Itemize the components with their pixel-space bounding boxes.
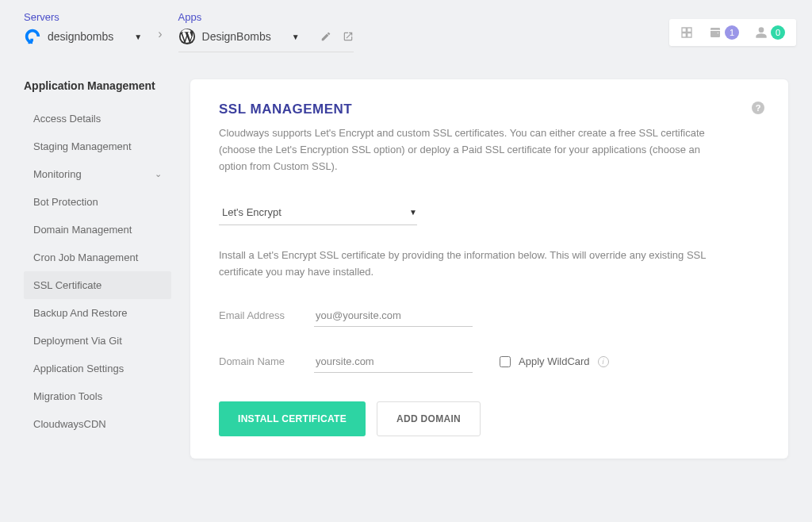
caret-down-icon: ▼	[409, 208, 417, 217]
chevron-right-icon: ›	[158, 11, 162, 41]
sidebar-item-application-settings[interactable]: Application Settings	[24, 355, 171, 382]
server-selector[interactable]: designbombs ▼	[24, 28, 142, 45]
sidebar-title: Application Management	[24, 79, 171, 92]
wildcard-label: Apply WildCard	[519, 355, 590, 367]
app-name: DesignBombs	[202, 30, 271, 43]
user-icon	[755, 26, 768, 39]
sidebar-item-staging-management[interactable]: Staging Management	[24, 132, 171, 160]
sidebar-item-backup-and-restore[interactable]: Backup And Restore	[24, 299, 171, 327]
sidebar-item-label: Backup And Restore	[33, 307, 128, 319]
sidebar-item-migration-tools[interactable]: Migration Tools	[24, 382, 171, 410]
domain-label: Domain Name	[219, 355, 298, 367]
servers-crumb: Servers designbombs ▼	[24, 11, 142, 45]
chevron-down-icon: ⌄	[155, 169, 162, 179]
wildcard-checkbox[interactable]	[500, 356, 511, 367]
top-right-panel: 1 0	[669, 19, 796, 46]
sidebar-item-label: Bot Protection	[33, 196, 98, 208]
user-button[interactable]: 0	[755, 25, 785, 40]
sidebar-item-domain-management[interactable]: Domain Management	[24, 216, 171, 244]
ssl-type-select[interactable]: Let's Encrypt ▼	[219, 206, 417, 225]
domain-input[interactable]	[314, 351, 473, 373]
ssl-type-selected: Let's Encrypt	[222, 206, 282, 218]
grid-icon	[680, 26, 693, 39]
sidebar-item-label: Monitoring	[33, 168, 82, 180]
sidebar-item-cloudwayscdn[interactable]: CloudwaysCDN	[24, 410, 171, 438]
edit-icon[interactable]	[320, 31, 331, 42]
help-icon[interactable]: ?	[752, 102, 764, 114]
email-label: Email Address	[219, 309, 298, 321]
sidebar-item-ssl-certificate[interactable]: SSL Certificate	[24, 271, 171, 299]
svg-rect-0	[30, 39, 33, 42]
sidebar-item-deployment-via-git[interactable]: Deployment Via Git	[24, 327, 171, 355]
page-title: SSL MANAGEMENT	[219, 102, 760, 117]
main-panel: ? SSL MANAGEMENT Cloudways supports Let'…	[190, 79, 788, 459]
servers-label: Servers	[24, 11, 142, 23]
wallet-button[interactable]: 1	[709, 25, 739, 40]
server-name: designbombs	[48, 30, 113, 43]
apps-crumb: Apps DesignBombs ▼	[178, 11, 354, 52]
app-selector[interactable]: DesignBombs ▼	[178, 28, 354, 52]
grid-button[interactable]	[680, 26, 693, 39]
sub-description: Install a Let's Encrypt SSL certificate …	[219, 248, 726, 281]
sidebar-item-access-details[interactable]: Access Details	[24, 105, 171, 132]
wallet-icon	[709, 26, 722, 39]
external-link-icon[interactable]	[343, 31, 354, 42]
apps-label: Apps	[178, 11, 354, 23]
sidebar-item-label: SSL Certificate	[33, 279, 102, 291]
caret-down-icon: ▼	[134, 33, 142, 41]
sidebar-item-bot-protection[interactable]: Bot Protection	[24, 188, 171, 216]
add-domain-button[interactable]: ADD DOMAIN	[377, 401, 481, 436]
wallet-badge: 1	[725, 25, 739, 40]
caret-down-icon: ▼	[292, 33, 300, 41]
sidebar-item-label: Application Settings	[33, 363, 124, 374]
sidebar-item-label: Staging Management	[33, 140, 132, 152]
top-bar: Servers designbombs ▼ › Apps DesignBombs…	[0, 0, 812, 56]
email-input[interactable]	[314, 305, 473, 327]
digitalocean-icon	[24, 28, 41, 45]
sidebar-item-monitoring[interactable]: Monitoring⌄	[24, 160, 171, 188]
sidebar-item-label: Access Details	[33, 113, 101, 125]
wordpress-icon	[178, 28, 196, 45]
user-badge: 0	[771, 25, 785, 40]
sidebar-item-cron-job-management[interactable]: Cron Job Management	[24, 244, 171, 271]
info-icon[interactable]: i	[598, 356, 609, 367]
sidebar-item-label: Migration Tools	[33, 390, 102, 402]
install-certificate-button[interactable]: INSTALL CERTIFICATE	[219, 401, 366, 436]
page-description: Cloudways supports Let's Encrypt and cus…	[219, 125, 726, 175]
sidebar-item-label: CloudwaysCDN	[33, 418, 106, 430]
sidebar-item-label: Domain Management	[33, 224, 132, 236]
sidebar-item-label: Cron Job Management	[33, 251, 138, 263]
sidebar-item-label: Deployment Via Git	[33, 335, 122, 347]
svg-rect-1	[29, 41, 31, 44]
sidebar: Application Management Access DetailsSta…	[24, 79, 171, 459]
